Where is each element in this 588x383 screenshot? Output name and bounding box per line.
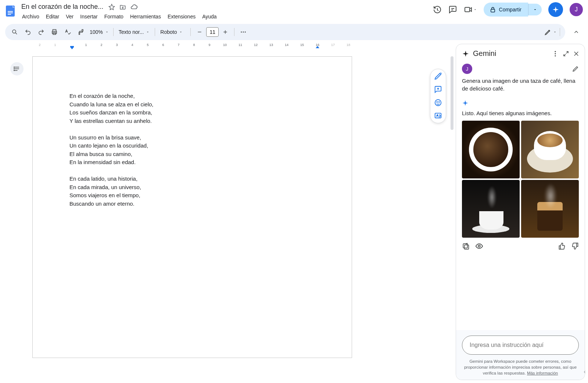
generated-image-grid <box>462 121 579 238</box>
history-icon[interactable] <box>433 5 442 14</box>
gemini-response-spark-icon <box>462 100 579 106</box>
gemini-disclaimer: Gemini para Workspace puede cometer erro… <box>462 358 579 376</box>
disclaimer-link[interactable]: Más información <box>527 371 558 375</box>
svg-rect-23 <box>463 244 467 248</box>
ruler-tick: 1 <box>85 43 87 47</box>
horizontal-ruler[interactable]: 2 1 1 2 3 4 5 6 7 8 9 10 11 12 13 14 15 … <box>7 43 451 50</box>
svg-rect-1 <box>8 11 13 12</box>
menu-ver[interactable]: Ver <box>63 12 76 21</box>
account-avatar[interactable]: J <box>570 3 583 16</box>
ruler-tick: 16 <box>316 43 319 47</box>
comments-icon[interactable] <box>448 5 457 14</box>
menu-formato[interactable]: Formato <box>101 12 126 21</box>
share-button[interactable]: Compartir <box>484 3 528 17</box>
generated-image-1[interactable] <box>462 121 520 178</box>
cloud-status-icon[interactable] <box>130 3 138 11</box>
generated-image-3[interactable] <box>462 180 520 238</box>
move-icon[interactable] <box>119 4 126 10</box>
svg-point-14 <box>14 68 15 69</box>
spellcheck-icon[interactable] <box>62 26 74 38</box>
add-comment-icon[interactable] <box>434 85 442 93</box>
ruler-tick: 6 <box>162 43 164 47</box>
gemini-response-text: Listo. Aquí tienes algunas imágenes. <box>462 110 579 116</box>
svg-point-13 <box>14 67 15 68</box>
zoom-value: 100% <box>90 29 103 35</box>
emoji-reaction-icon[interactable] <box>434 99 442 107</box>
collapse-toolbar-icon[interactable] <box>570 25 583 39</box>
gemini-launch-button[interactable] <box>548 2 563 17</box>
ruler-tick: 2 <box>100 43 102 47</box>
menu-archivo[interactable]: Archivo <box>19 12 42 21</box>
style-value: Texto nor... <box>119 29 144 35</box>
docs-logo-icon[interactable] <box>3 4 18 18</box>
outline-toggle-icon[interactable] <box>10 62 24 75</box>
editing-mode-dropdown[interactable] <box>544 28 557 36</box>
menu-extensiones[interactable]: Extensiones <box>165 12 198 21</box>
vertical-scrollbar[interactable] <box>451 56 453 130</box>
ruler-tick: 12 <box>254 43 258 47</box>
zoom-dropdown[interactable]: 100% <box>88 29 110 35</box>
ruler-tick: 7 <box>178 43 179 47</box>
ruler-tick: 1 <box>54 43 56 47</box>
redo-icon[interactable] <box>35 26 47 38</box>
svg-point-17 <box>437 102 437 102</box>
ruler-tick: 2 <box>39 43 40 47</box>
search-icon[interactable] <box>9 26 21 38</box>
paragraph-style-dropdown[interactable]: Texto nor... <box>116 29 152 35</box>
svg-point-12 <box>245 32 246 33</box>
vertical-ruler[interactable] <box>1 53 6 383</box>
menu-ayuda[interactable]: Ayuda <box>199 12 219 21</box>
star-icon[interactable] <box>108 4 115 10</box>
svg-point-11 <box>243 32 244 33</box>
svg-point-21 <box>555 53 556 54</box>
svg-point-16 <box>435 100 441 106</box>
more-tools-icon[interactable] <box>237 26 249 38</box>
meet-icon[interactable] <box>464 5 477 14</box>
side-panel-toggle-icon[interactable] <box>581 367 588 377</box>
ruler-tick: 18 <box>347 43 350 47</box>
document-text[interactable]: En el corazón de la noche, Cuando la lun… <box>33 57 352 208</box>
gemini-panel: Gemini J Genera una imagen de una taza d… <box>456 44 585 380</box>
thumbs-up-icon[interactable] <box>558 242 566 250</box>
share-dropdown-button[interactable] <box>528 4 542 15</box>
panel-expand-icon[interactable] <box>563 50 569 57</box>
floating-toolbar <box>430 69 446 123</box>
panel-more-icon[interactable] <box>552 50 559 57</box>
document-title[interactable]: En el corazón de la noche... <box>19 2 105 11</box>
ruler-tick: 8 <box>193 43 195 47</box>
document-page[interactable]: En el corazón de la noche, Cuando la lun… <box>32 56 352 358</box>
gemini-prompt-input[interactable] <box>462 336 579 355</box>
print-icon[interactable] <box>49 26 60 38</box>
svg-point-20 <box>555 51 556 52</box>
undo-icon[interactable] <box>22 26 34 38</box>
font-family-dropdown[interactable]: Roboto <box>158 29 187 35</box>
suggest-edits-icon[interactable] <box>434 112 442 120</box>
svg-rect-4 <box>465 7 470 12</box>
font-size-increase-icon[interactable] <box>219 26 231 38</box>
ruler-tick: 14 <box>285 43 288 47</box>
toolbar-row: 100% Texto nor... Roboto <box>0 21 588 43</box>
svg-point-10 <box>241 32 242 33</box>
edit-prompt-icon[interactable] <box>572 65 579 72</box>
menu-insertar[interactable]: Insertar <box>77 12 100 21</box>
first-line-indent-icon[interactable] <box>70 46 74 50</box>
generated-image-4[interactable] <box>521 180 579 238</box>
panel-close-icon[interactable] <box>573 50 580 57</box>
svg-rect-3 <box>8 14 11 15</box>
font-size-decrease-icon[interactable] <box>194 26 205 38</box>
menu-herramientas[interactable]: Herramientas <box>127 12 164 21</box>
svg-point-6 <box>12 30 16 33</box>
generated-image-2[interactable] <box>521 121 579 178</box>
insert-icon[interactable] <box>462 242 469 250</box>
view-sources-icon[interactable] <box>475 242 483 250</box>
ruler-tick: 3 <box>116 43 118 47</box>
font-size-input[interactable] <box>206 27 219 37</box>
ruler-tick: 11 <box>239 43 242 47</box>
thumbs-down-icon[interactable] <box>571 242 579 250</box>
paint-format-icon[interactable] <box>75 26 87 38</box>
help-me-write-icon[interactable] <box>434 72 442 80</box>
ruler-tick: 13 <box>269 43 273 47</box>
user-prompt-text: Genera una imagen de una taza de café, l… <box>462 77 579 92</box>
svg-rect-2 <box>8 13 13 13</box>
menu-editar[interactable]: Editar <box>43 12 62 21</box>
